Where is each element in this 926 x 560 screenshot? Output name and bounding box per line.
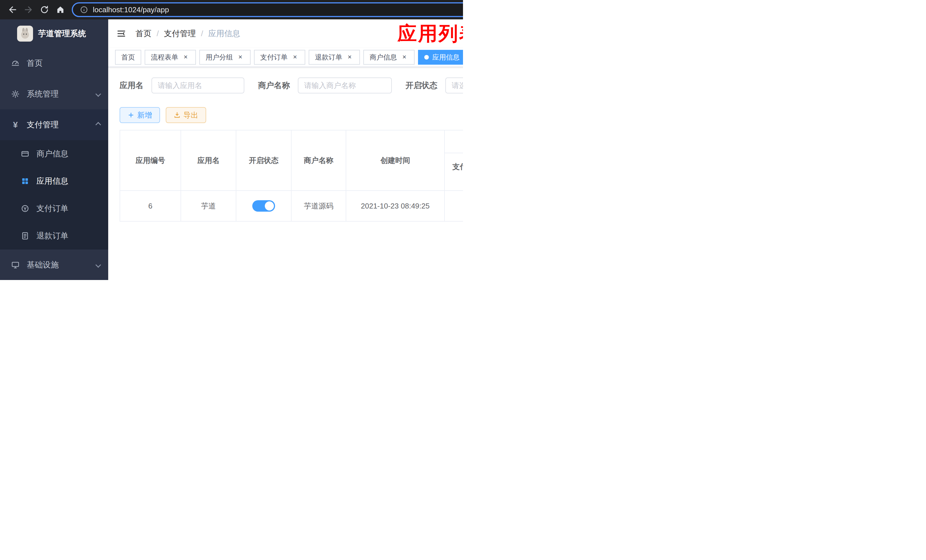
chevron-down-icon [95,262,101,268]
cell-app-name: 芋道 [181,191,236,221]
tab-label: 应用信息 [432,53,460,62]
sidebar-item-label: 应用信息 [36,176,68,186]
forward-icon[interactable] [21,2,36,18]
tab-label: 用户分组 [206,53,233,62]
column-header-id: 应用编号 [120,130,181,191]
breadcrumb: 首页 / 支付管理 / 应用信息 [136,28,240,39]
tab-label: 退款订单 [315,53,342,62]
application-window: localhost:1024/pay/app ☆ 10 1 ✓ [0,0,463,280]
export-button-label: 导出 [183,110,198,120]
sidebar-item-label: 首页 [27,58,43,69]
logo-image [17,26,33,42]
add-button[interactable]: 新增 [120,107,160,123]
chevron-down-icon [95,91,101,97]
tab-merchant-info[interactable]: 商户信息 × [363,50,415,65]
back-icon[interactable] [5,2,21,18]
tab-process-form[interactable]: 流程表单 × [145,50,196,65]
sidebar-item-label: 基础设施 [27,259,59,270]
sidebar-item-label: 退款订单 [36,230,68,241]
monitor-icon [11,260,20,269]
add-button-label: 新增 [137,110,152,120]
tab-home[interactable]: 首页 [115,50,141,65]
main-area: 首页 / 支付管理 / 应用信息 应用列表 [108,20,463,280]
reload-icon[interactable] [36,2,52,18]
cell-merchant: 芋道源码 [291,191,346,221]
table-row: 6 芋道 芋道源码 2021-10-23 08:49:25 × × × × × [120,191,463,221]
breadcrumb-separator: / [201,29,203,38]
tab-refund-orders[interactable]: 退款订单 × [309,50,360,65]
app-logo[interactable]: 芋道管理系统 [0,20,108,48]
search-form: 应用名 商户名称 开启状态 请选择开启状态 [120,77,463,94]
page-content: 应用名 商户名称 开启状态 请选择开启状态 [108,67,463,280]
page-title-annotation: 应用列表 [398,21,463,47]
dashboard-icon [11,59,20,68]
tab-label: 商户信息 [369,53,397,62]
sidebar-item-label: 商户信息 [36,148,68,159]
tab-app-info[interactable]: 应用信息 × [418,50,463,65]
status-label: 开启状态 [406,80,437,91]
app-table: 应用编号 应用名 开启状态 商户名称 创建时间 支付宝配置 微信配置 操作 支付… [120,130,463,222]
pay-order-icon [21,204,30,213]
gear-icon [11,90,20,98]
pagination: 共 1 条 10条/页 1 前往 页 [120,235,463,251]
column-header-alipay-app: 支付宝 APP 支付 [445,153,463,191]
close-icon[interactable]: × [400,53,409,61]
status-select-placeholder: 请选择开启状态 [452,80,463,91]
tab-label: 流程表单 [151,53,178,62]
tab-pay-orders[interactable]: 支付订单 × [254,50,305,65]
table-toolbar: 新增 导出 [120,107,463,123]
app-title: 芋道管理系统 [38,28,86,39]
app-name-label: 应用名 [120,80,144,91]
merchant-name-input[interactable] [298,77,392,94]
sidebar-item-label: 支付订单 [36,203,68,214]
home-icon[interactable] [52,2,68,18]
column-header-status: 开启状态 [236,130,291,191]
sidebar-item-system[interactable]: 系统管理 [0,79,108,109]
grid-icon [21,177,30,185]
tab-label: 支付订单 [260,53,287,62]
active-dot [424,55,429,59]
top-navbar: 首页 / 支付管理 / 应用信息 应用列表 [108,20,463,48]
breadcrumb-separator: / [157,29,159,38]
close-icon[interactable]: × [346,53,354,61]
tab-user-group[interactable]: 用户分组 × [199,50,251,65]
sidebar-item-label: 系统管理 [27,89,59,100]
close-icon[interactable]: × [291,53,299,61]
document-icon [21,232,30,240]
hamburger-icon[interactable] [116,29,126,39]
payment-submenu: 商户信息 应用信息 支付订单 [0,140,108,250]
sidebar-item-app-info[interactable]: 应用信息 [0,168,108,195]
close-icon[interactable]: × [182,53,190,61]
cell-app-id: 6 [120,191,181,221]
url-bar[interactable]: localhost:1024/pay/app ☆ [72,2,463,17]
sidebar-item-pay-orders[interactable]: 支付订单 [0,195,108,222]
chevron-up-icon [95,122,101,128]
toggle-knob [265,201,274,210]
app-name-input[interactable] [151,77,244,94]
sidebar-item-refund-orders[interactable]: 退款订单 [0,222,108,250]
breadcrumb-current: 应用信息 [209,28,240,39]
sidebar-item-home[interactable]: 首页 [0,48,108,79]
enable-toggle[interactable] [252,200,275,212]
info-icon[interactable] [80,5,88,14]
close-icon[interactable]: × [236,53,244,61]
sidebar-menu: 首页 系统管理 ¥ 支付管理 [0,48,108,280]
tags-view: 首页 流程表单 × 用户分组 × 支付订单 × 退款订单 × [108,48,463,67]
url-text[interactable]: localhost:1024/pay/app [93,5,169,14]
column-header-merchant: 商户名称 [291,130,346,191]
tab-label: 首页 [121,53,135,62]
cell-created: 2021-10-23 08:49:25 [346,191,445,221]
breadcrumb-home[interactable]: 首页 [136,28,151,39]
export-button[interactable]: 导出 [166,107,206,123]
yen-icon: ¥ [11,120,20,130]
sidebar-item-infrastructure[interactable]: 基础设施 [0,250,108,280]
sidebar-item-merchant-info[interactable]: 商户信息 [0,140,108,168]
breadcrumb-payment[interactable]: 支付管理 [164,28,196,39]
sidebar: 芋道管理系统 首页 系统管理 ¥ 支付管 [0,20,108,280]
cell-status [236,191,291,221]
group-header-alipay: 支付宝配置 [445,130,463,153]
credit-card-icon [21,150,30,158]
status-select[interactable]: 请选择开启状态 [445,77,463,94]
sidebar-item-payment[interactable]: ¥ 支付管理 [0,109,108,140]
column-header-created: 创建时间 [346,130,445,191]
